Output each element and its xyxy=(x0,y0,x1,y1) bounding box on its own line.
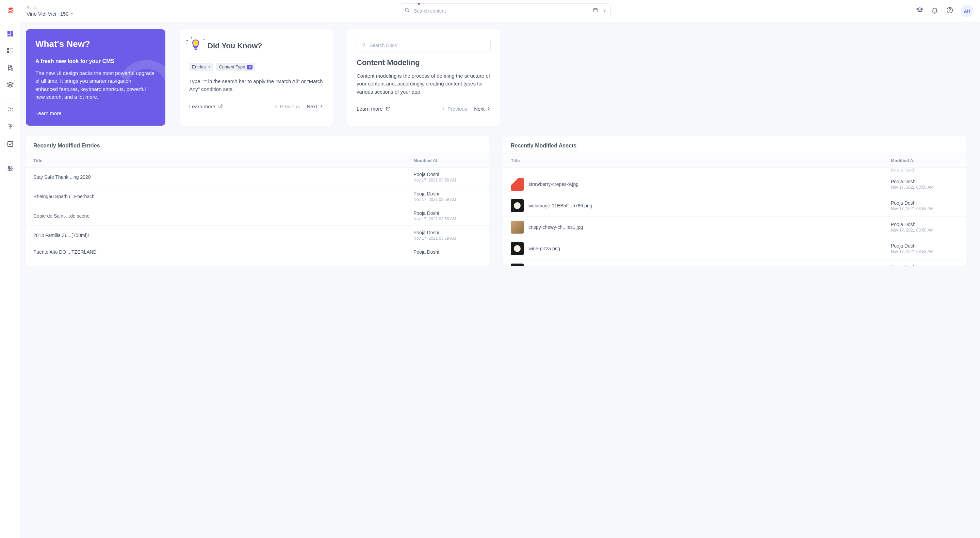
entry-title: 2013 Familia Zu...(750ml)! xyxy=(33,233,414,238)
learn-icon[interactable] xyxy=(916,6,924,15)
help-icon[interactable] xyxy=(946,6,953,15)
svg-rect-16 xyxy=(8,142,13,147)
sidenav-entries[interactable] xyxy=(3,43,18,58)
main-content: What's New? A fresh new look for your CM… xyxy=(21,22,980,538)
whats-new-title: What's New? xyxy=(35,39,156,49)
svg-rect-9 xyxy=(7,48,8,50)
sidenav-releases[interactable] xyxy=(3,120,18,134)
modified-at: Nov 17, 2021 03:58 AM xyxy=(891,249,959,254)
chip-content-type[interactable]: Content Type= xyxy=(216,63,255,71)
svg-point-18 xyxy=(11,168,12,169)
dyk-learn-more[interactable]: Learn more xyxy=(189,104,223,109)
search-indicator-dot xyxy=(418,3,420,5)
table-row[interactable]: wine-pasta.png Pooja Doshi Nov 17, 2021 … xyxy=(503,259,966,266)
modified-at: Nov 17, 2021 03:58 AM xyxy=(891,185,959,190)
svg-rect-1 xyxy=(594,8,598,12)
save-icon[interactable] xyxy=(593,8,598,14)
cm-body: Content modeling is the process of defin… xyxy=(356,72,491,96)
modified-by: Pooja Doshi xyxy=(414,172,482,177)
svg-rect-12 xyxy=(11,69,13,70)
sidenav-assets[interactable] xyxy=(3,78,18,92)
dyk-title: Did You Know? xyxy=(208,42,262,50)
svg-point-4 xyxy=(950,11,950,12)
cm-previous-button[interactable]: Previous xyxy=(441,106,467,112)
stack-selector[interactable]: Stack Vino Vidi Vici | 150 ▼ xyxy=(27,5,95,17)
asset-thumbnail xyxy=(511,242,524,255)
logo-icon[interactable] xyxy=(7,6,16,16)
modified-by: Pooja Doshi xyxy=(891,200,959,206)
sidenav-content-types[interactable] xyxy=(3,61,18,75)
table-row[interactable]: Copie de Saint-...de scène Pooja Doshi N… xyxy=(26,206,489,226)
recently-modified-assets: Recently Modified Assets Title Modified … xyxy=(503,136,966,266)
table-row[interactable]: Puente Alto DO ...TZERLAND Pooja Doshi xyxy=(26,245,489,259)
table-row[interactable]: webimage-11EB5F...5786.png Pooja Doshi N… xyxy=(503,195,966,217)
chip-entries[interactable]: Entries▼ xyxy=(189,63,213,71)
svg-point-13 xyxy=(8,110,9,111)
asset-name: crispy-chewy-ch...ies1.jpg xyxy=(528,224,891,230)
svg-rect-10 xyxy=(7,51,8,53)
modified-at: Nov 17, 2021 03:59 AM xyxy=(414,217,482,221)
whats-new-card: What's New? A fresh new look for your CM… xyxy=(26,29,165,126)
docs-search-input[interactable] xyxy=(369,43,486,48)
content-modeling-card: Content Modeling Content modeling is the… xyxy=(347,29,500,126)
modified-at: Nov 17, 2021 03:59 AM xyxy=(414,236,482,241)
chevron-down-icon[interactable]: ▼ xyxy=(603,9,606,13)
modified-by: Pooja Doshi xyxy=(891,243,959,249)
assets-col-title: Title xyxy=(511,158,891,163)
sidenav-settings[interactable] xyxy=(3,161,18,176)
modified-at: Nov 17, 2021 03:59 AM xyxy=(414,197,482,202)
asset-name: webimage-11EB5F...5786.png xyxy=(528,203,891,208)
table-row[interactable]: crispy-chewy-ch...ies1.jpg Pooja Doshi N… xyxy=(503,217,966,238)
entries-col-modified: Modified At xyxy=(414,158,482,163)
svg-rect-8 xyxy=(7,35,10,37)
asset-thumbnail xyxy=(511,178,524,191)
modified-by: Pooja Doshi xyxy=(414,191,482,196)
entry-title: Stay Safe Thank...ing 2020 xyxy=(33,174,414,180)
lightbulb-icon xyxy=(189,39,202,53)
modified-by: Pooja Doshi xyxy=(891,222,959,227)
asset-thumbnail xyxy=(511,263,524,266)
dyk-previous-button[interactable]: Previous xyxy=(274,104,300,109)
whats-new-learn-more[interactable]: Learn more xyxy=(35,110,156,116)
bell-icon[interactable] xyxy=(931,6,939,15)
cm-next-button[interactable]: Next xyxy=(474,106,491,112)
table-row[interactable]: 2013 Familia Zu...(750ml)! Pooja Doshi N… xyxy=(26,226,489,245)
table-row[interactable]: Stay Safe Thank...ing 2020 Pooja Doshi N… xyxy=(26,168,489,187)
stack-name: Vino Vidi Vici xyxy=(27,11,56,17)
modified-by: Pooja Doshi xyxy=(891,179,959,184)
dyk-next-button[interactable]: Next xyxy=(307,104,323,109)
global-search[interactable]: ▼ xyxy=(400,3,611,18)
svg-point-15 xyxy=(11,110,13,111)
table-row[interactable]: strawberry-crepes-9.jpg Pooja Doshi Nov … xyxy=(503,174,966,195)
modified-at: Nov 17, 2021 03:59 AM xyxy=(414,178,482,182)
svg-rect-5 xyxy=(7,31,10,34)
sidenav-dashboard[interactable] xyxy=(3,27,18,41)
sidenav-publish-queue[interactable] xyxy=(3,102,18,117)
docs-search[interactable] xyxy=(356,39,491,51)
whats-new-body: The new UI design packs the most powerfu… xyxy=(35,69,156,101)
asset-thumbnail xyxy=(511,199,524,212)
table-row[interactable]: wine-pizza.png Pooja Doshi Nov 17, 2021 … xyxy=(503,238,966,259)
asset-thumbnail xyxy=(511,221,524,233)
modified-by: Pooja Doshi xyxy=(414,230,482,235)
did-you-know-card: Did You Know? Entries▼ Content Type= Typ… xyxy=(180,29,333,126)
table-row[interactable]: Rheingau Spätbu...Eberbach Pooja Doshi N… xyxy=(26,187,489,206)
stack-count: 150 xyxy=(60,11,69,17)
assets-col-modified: Modified At xyxy=(891,158,959,163)
modified-at: Nov 17, 2021 03:58 AM xyxy=(891,228,959,233)
entry-title: Copie de Saint-...de scène xyxy=(33,213,414,219)
avatar[interactable]: AH xyxy=(961,5,973,17)
svg-rect-21 xyxy=(195,49,197,50)
search-icon xyxy=(361,42,366,48)
assets-heading: Recently Modified Assets xyxy=(511,143,959,149)
entries-col-title: Title xyxy=(33,158,414,163)
cm-learn-more[interactable]: Learn more xyxy=(356,106,390,112)
search-input[interactable] xyxy=(414,8,589,14)
svg-point-19 xyxy=(9,169,10,171)
entry-title: Puente Alto DO ...TZERLAND xyxy=(33,249,414,255)
modified-by: Pooja Doshi xyxy=(891,265,959,266)
svg-point-22 xyxy=(362,43,365,46)
svg-rect-2 xyxy=(595,8,596,10)
search-icon xyxy=(404,7,410,14)
sidenav-tasks[interactable] xyxy=(3,137,18,151)
